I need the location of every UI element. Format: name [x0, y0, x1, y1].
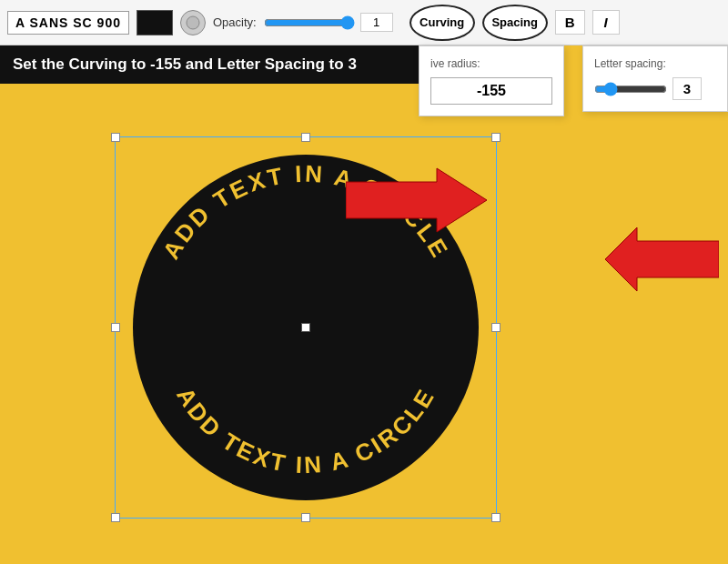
- svg-text:ADD TEXT IN A CIRCLE: ADD TEXT IN A CIRCLE: [157, 160, 455, 264]
- curving-button[interactable]: Curving: [410, 5, 475, 41]
- handle-mr[interactable]: [491, 323, 500, 332]
- handle-br[interactable]: [491, 513, 500, 522]
- canvas: ADD TEXT IN A CIRCLE ADD TEXT IN A CIRCL…: [0, 91, 728, 564]
- spacing-slider-row: 3: [594, 77, 716, 100]
- handle-tr[interactable]: [491, 133, 500, 142]
- svg-point-0: [187, 16, 199, 29]
- handle-tm[interactable]: [301, 133, 310, 142]
- toolbar: A SANS SC 900 Opacity: 1 Curving Spacing…: [0, 0, 728, 45]
- italic-button[interactable]: I: [592, 10, 620, 35]
- circle-style-icon: [180, 10, 206, 35]
- curving-value-input[interactable]: [430, 77, 552, 105]
- curving-panel: ive radius:: [419, 45, 564, 116]
- spacing-value-display[interactable]: 3: [672, 77, 702, 100]
- svg-marker-4: [605, 227, 719, 291]
- font-name-display[interactable]: A SANS SC 900: [7, 11, 129, 35]
- opacity-label: Opacity:: [213, 15, 257, 29]
- handle-ml[interactable]: [111, 323, 120, 332]
- circle-wrapper: ADD TEXT IN A CIRCLE ADD TEXT IN A CIRCL…: [133, 155, 479, 500]
- spacing-button[interactable]: Spacing: [482, 5, 548, 41]
- handle-bl[interactable]: [111, 513, 120, 522]
- bold-button[interactable]: B: [555, 10, 585, 35]
- center-handle: [301, 323, 310, 332]
- arrow-to-spacing: [601, 223, 719, 296]
- instruction-text: Set the Curving to -155 and Letter Spaci…: [13, 55, 357, 73]
- letter-spacing-slider[interactable]: [594, 82, 667, 96]
- color-swatch[interactable]: [136, 10, 173, 35]
- curving-panel-label: ive radius:: [430, 57, 552, 70]
- opacity-slider[interactable]: [264, 15, 355, 30]
- opacity-slider-container: 1: [264, 13, 393, 32]
- opacity-value[interactable]: 1: [360, 13, 393, 32]
- svg-text:ADD TEXT IN A CIRCLE: ADD TEXT IN A CIRCLE: [171, 383, 440, 479]
- spacing-panel-label: Letter spacing:: [594, 57, 716, 70]
- handle-bm[interactable]: [301, 513, 310, 522]
- handle-tl[interactable]: [111, 133, 120, 142]
- spacing-panel: Letter spacing: 3: [582, 45, 728, 112]
